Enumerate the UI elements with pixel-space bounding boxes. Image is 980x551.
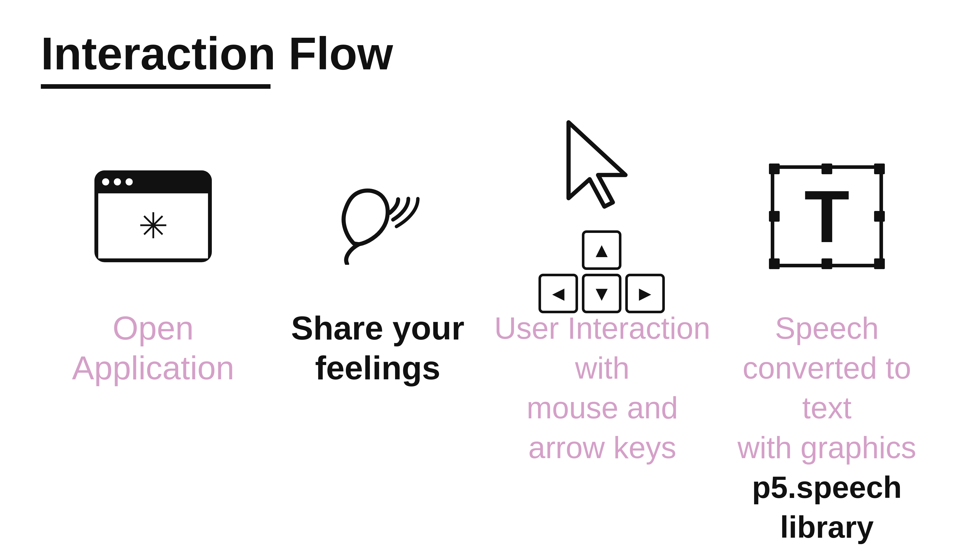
open-application-label: Open Application (41, 308, 266, 388)
user-interaction-label: User Interaction with mouse and arrow ke… (490, 308, 714, 467)
arrow-key-down[interactable]: ▼ (582, 274, 621, 313)
flow-item-share-feelings: Share your feelings (266, 140, 490, 388)
handle-tl (769, 164, 780, 174)
cursor-and-keys: ▲ ◄ ▼ ► (538, 118, 666, 314)
flow-item-open-application: ✳ Open Application (41, 140, 266, 388)
flow-item-speech-to-text: T Speech converted to text with graphics… (714, 140, 939, 547)
snowflake-icon: ✳ (138, 208, 168, 244)
page-title: Interaction Flow (41, 30, 939, 76)
handle-bl (769, 259, 780, 269)
handle-ml (769, 211, 780, 222)
share-feelings-icon-area (327, 140, 429, 293)
user-interaction-icon-area: ▲ ◄ ▼ ► (538, 140, 666, 293)
handle-tr (874, 164, 885, 174)
text-icon: T (771, 165, 883, 267)
share-feelings-label: Share your feelings (266, 308, 490, 388)
app-window-body: ✳ (98, 193, 208, 259)
arrow-key-up[interactable]: ▲ (582, 230, 621, 270)
speech-icon (327, 168, 429, 265)
handle-mr (874, 211, 885, 222)
app-window-titlebar (94, 170, 212, 193)
title-block: Interaction Flow (41, 30, 939, 89)
svg-marker-0 (569, 122, 625, 206)
arrow-key-right[interactable]: ► (625, 274, 665, 313)
flow-section: ✳ Open Application (41, 140, 939, 547)
handle-br (874, 259, 885, 269)
arrow-keys: ▲ ◄ ▼ ► (538, 230, 666, 314)
page-container: Interaction Flow ✳ Open Application (0, 0, 980, 551)
open-application-icon-area: ✳ (94, 140, 212, 293)
flow-item-user-interaction: ▲ ◄ ▼ ► User Interaction with mouse and … (490, 140, 714, 467)
text-icon-border (771, 165, 883, 267)
window-dot-3 (126, 178, 133, 186)
window-dot-1 (102, 178, 109, 186)
handle-tm (821, 164, 832, 174)
cursor-icon (559, 118, 646, 215)
app-window-icon: ✳ (94, 170, 212, 262)
speech-to-text-label: Speech converted to text with graphics p… (714, 308, 939, 547)
title-underline (41, 84, 270, 89)
window-dot-2 (114, 178, 121, 186)
handle-bm (821, 259, 832, 269)
arrow-key-left[interactable]: ◄ (538, 274, 578, 313)
speech-to-text-icon-area: T (771, 140, 883, 293)
